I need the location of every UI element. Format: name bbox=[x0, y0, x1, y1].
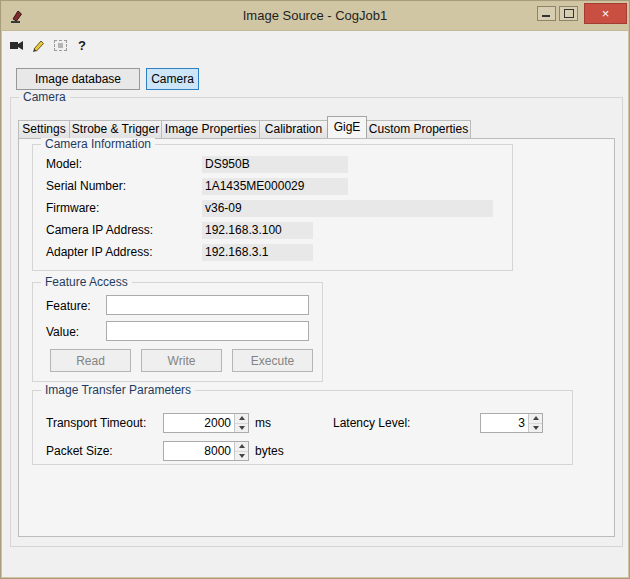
help-icon[interactable]: ? bbox=[73, 36, 91, 54]
close-button[interactable]: × bbox=[584, 3, 627, 24]
transport-timeout-label: Transport Timeout: bbox=[46, 413, 146, 433]
tab-custom-properties[interactable]: Custom Properties bbox=[366, 120, 471, 138]
packet-size-label: Packet Size: bbox=[46, 441, 113, 461]
tab-gige[interactable]: GigE bbox=[327, 116, 367, 138]
transport-timeout-spin-buttons bbox=[234, 414, 248, 432]
tab-calibration[interactable]: Calibration bbox=[259, 120, 328, 138]
firmware-label: Firmware: bbox=[46, 200, 99, 217]
firmware-value: v36-09 bbox=[202, 200, 493, 217]
setup-pen-icon[interactable] bbox=[29, 36, 47, 54]
toolbar: ? bbox=[2, 32, 628, 58]
packet-size-spinner bbox=[163, 441, 249, 461]
value-label: Value: bbox=[46, 324, 79, 341]
tab-image-properties[interactable]: Image Properties bbox=[161, 120, 260, 138]
latency-level-spin-buttons bbox=[528, 414, 542, 432]
live-display-icon[interactable] bbox=[51, 36, 69, 54]
camera-tabstrip: Settings Strobe & Trigger Image Properti… bbox=[18, 117, 470, 138]
transport-timeout-input[interactable] bbox=[164, 414, 234, 432]
minimize-button[interactable] bbox=[537, 6, 556, 21]
packet-size-input[interactable] bbox=[164, 442, 234, 460]
live-display-glyph bbox=[54, 40, 67, 51]
transport-timeout-unit: ms bbox=[255, 413, 271, 433]
feature-label: Feature: bbox=[46, 298, 91, 315]
latency-level-spin-up[interactable] bbox=[529, 414, 542, 423]
camera-button[interactable]: Camera bbox=[146, 68, 199, 90]
latency-level-input[interactable] bbox=[481, 414, 528, 432]
packet-size-spin-buttons bbox=[234, 442, 248, 460]
tab-settings[interactable]: Settings bbox=[18, 120, 70, 138]
transport-timeout-spinner bbox=[163, 413, 249, 433]
image-database-button[interactable]: Image database bbox=[16, 68, 140, 90]
model-value: DS950B bbox=[202, 156, 348, 173]
value-input[interactable] bbox=[106, 321, 309, 341]
read-button[interactable]: Read bbox=[50, 349, 131, 372]
image-transfer-label: Image Transfer Parameters bbox=[41, 383, 195, 398]
camera-ip-value: 192.168.3.100 bbox=[202, 222, 313, 239]
camera-acquire-icon[interactable] bbox=[8, 36, 26, 54]
execute-button[interactable]: Execute bbox=[232, 349, 313, 372]
packet-size-unit: bytes bbox=[255, 441, 284, 461]
feature-access-label: Feature Access bbox=[41, 275, 132, 290]
serial-number-label: Serial Number: bbox=[46, 178, 126, 195]
latency-level-spinner bbox=[480, 413, 543, 433]
packet-size-spin-up[interactable] bbox=[235, 442, 248, 451]
model-label: Model: bbox=[46, 156, 82, 173]
camera-group-label: Camera bbox=[19, 90, 70, 105]
adapter-ip-label: Adapter IP Address: bbox=[46, 244, 153, 261]
tab-strobe-trigger[interactable]: Strobe & Trigger bbox=[69, 120, 162, 138]
adapter-ip-value: 192.168.3.1 bbox=[202, 244, 313, 261]
latency-level-spin-down[interactable] bbox=[529, 423, 542, 433]
image-source-window: Image Source - CogJob1 × ? bbox=[0, 0, 630, 579]
latency-level-label: Latency Level: bbox=[333, 413, 410, 433]
camera-ip-label: Camera IP Address: bbox=[46, 222, 153, 239]
serial-number-value: 1A1435ME000029 bbox=[202, 178, 348, 195]
camera-information-label: Camera Information bbox=[41, 137, 155, 152]
feature-input[interactable] bbox=[106, 295, 309, 315]
window-title: Image Source - CogJob1 bbox=[2, 2, 628, 31]
packet-size-spin-down[interactable] bbox=[235, 451, 248, 461]
write-button[interactable]: Write bbox=[141, 349, 222, 372]
title-bar[interactable]: Image Source - CogJob1 × bbox=[2, 2, 628, 31]
transport-timeout-spin-down[interactable] bbox=[235, 423, 248, 433]
transport-timeout-spin-up[interactable] bbox=[235, 414, 248, 423]
maximize-button[interactable] bbox=[559, 6, 578, 21]
